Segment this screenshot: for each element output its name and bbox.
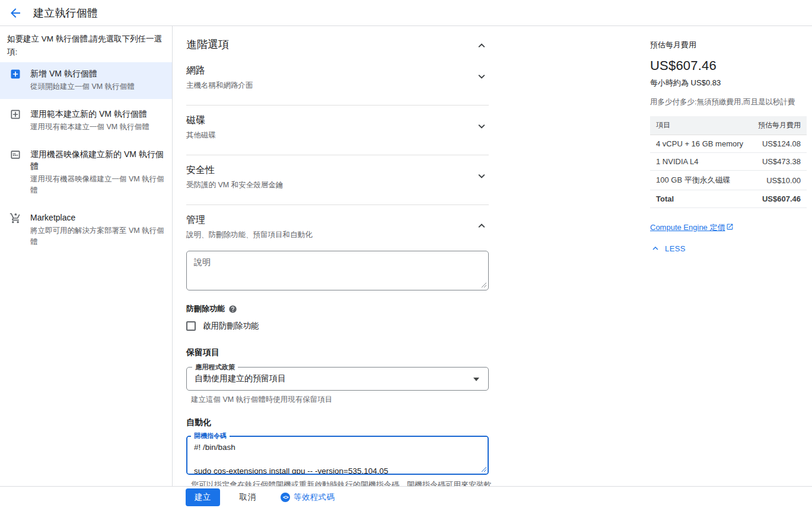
section-title: 網路 — [186, 65, 253, 77]
sidebar-item-subtitle: 從頭開始建立一個 VM 執行個體 — [30, 81, 135, 92]
machine-image-outline-icon — [9, 149, 21, 161]
code-icon: <> — [281, 493, 290, 502]
section-management[interactable]: 管理 說明、防刪除功能、預留項目和自動化 — [186, 214, 489, 240]
create-button[interactable]: 建立 — [186, 488, 220, 506]
table-header-row: 項目 預估每月費用 — [650, 116, 807, 135]
cost-item: 1 NVIDIA L4 — [656, 157, 699, 166]
sidebar-item-vm-from-template[interactable]: 運用範本建立新的 VM 執行個體 運用現有範本建立一個 VM 執行個體 — [0, 103, 172, 139]
help-icon[interactable] — [228, 305, 237, 314]
creation-options-sidebar: 如要建立 VM 執行個體,請先選取下列任一選項: 新增 VM 執行個體 從頭開始… — [0, 26, 173, 486]
page-header: 建立執行個體 — [0, 0, 812, 26]
billing-note: 用多少付多少:無須預繳費用,而且是以秒計費 — [650, 97, 807, 107]
sidebar-item-title: Marketplace — [30, 212, 165, 223]
table-row: 100 GB 平衡永久磁碟 US$10.00 — [650, 171, 807, 190]
select-value: 自動使用建立的預留項目 — [195, 373, 286, 384]
back-arrow-icon[interactable] — [8, 5, 23, 21]
sidebar-intro-text: 如要建立 VM 執行個體,請先選取下列任一選項: — [0, 26, 172, 59]
divider — [186, 155, 489, 155]
startup-script-helper-text: 您可以指定會在執行個體開機或重新啟動時執行的開機指令碼。開機指令碼可用來安裝軟體… — [186, 479, 492, 486]
table-header-cost: 預估每月費用 — [758, 120, 801, 130]
equivalent-code-button[interactable]: <> 等效程式碼 — [277, 491, 338, 503]
vm-add-filled-icon — [9, 68, 21, 80]
deletion-protection-label: 防刪除功能 — [186, 303, 225, 314]
external-link-icon — [726, 223, 734, 231]
table-header-item: 項目 — [656, 120, 670, 130]
compute-engine-pricing-link[interactable]: Compute Engine 定價 — [650, 223, 734, 232]
table-row: 4 vCPU + 16 GB memory US$124.08 — [650, 135, 807, 153]
cost-breakdown-table: 項目 預估每月費用 4 vCPU + 16 GB memory US$124.0… — [650, 116, 807, 208]
equivalent-code-label: 等效程式碼 — [294, 492, 335, 503]
cancel-button[interactable]: 取消 — [236, 491, 260, 503]
cost-item: 4 vCPU + 16 GB memory — [656, 139, 743, 148]
section-networking[interactable]: 網路 主機名稱和網路介面 — [186, 65, 489, 91]
sidebar-item-marketplace[interactable]: Marketplace 將立即可用的解決方案部署至 VM 執行個體 — [0, 206, 172, 254]
chevron-up-icon — [650, 243, 661, 254]
sidebar-item-subtitle: 運用現有範本建立一個 VM 執行個體 — [30, 122, 149, 133]
helper-text: 您可以指定會在執行個體開機或重新啟動時執行的開機指令碼。開機指令碼可用來安裝軟體… — [191, 480, 492, 486]
less-label: LESS — [665, 244, 686, 253]
divider — [186, 105, 489, 106]
chevron-up-icon[interactable] — [475, 219, 489, 234]
automation-title: 自動化 — [186, 417, 489, 428]
collapse-less-button[interactable]: LESS — [650, 243, 807, 254]
section-subtitle: 其他磁碟 — [186, 130, 216, 140]
advanced-options-title: 進階選項 — [186, 26, 229, 52]
hourly-cost-value: 每小時約為 US$0.83 — [650, 78, 807, 88]
enable-deletion-protection-checkbox[interactable]: 啟用防刪除功能 — [186, 321, 489, 331]
sidebar-item-subtitle: 運用現有機器映像檔建立一個 VM 執行個體 — [30, 174, 165, 196]
template-add-outline-icon — [9, 108, 21, 120]
chevron-down-icon[interactable] — [475, 70, 489, 84]
cost-value: US$10.00 — [766, 176, 801, 185]
select-label: 應用程式政策 — [192, 363, 238, 372]
section-security[interactable]: 安全性 受防護的 VM 和安全殼層金鑰 — [186, 164, 489, 190]
section-disks[interactable]: 磁碟 其他磁碟 — [186, 114, 489, 140]
startup-script-input[interactable]: #! /bin/bash sudo cos-extensions install… — [186, 436, 489, 475]
table-total-row: Total US$607.46 — [650, 190, 807, 208]
total-label: Total — [656, 194, 674, 203]
sidebar-item-title: 運用範本建立新的 VM 執行個體 — [30, 108, 149, 120]
section-title: 磁碟 — [186, 114, 216, 127]
cost-item: 100 GB 平衡永久磁碟 — [656, 175, 731, 186]
cost-panel-title: 預估每月費用 — [650, 40, 807, 50]
chevron-down-icon[interactable] — [475, 170, 489, 184]
section-subtitle: 受防護的 VM 和安全殼層金鑰 — [186, 180, 283, 190]
action-bar: 建立 取消 <> 等效程式碼 — [0, 486, 812, 508]
divider — [186, 205, 489, 205]
chevron-down-icon[interactable] — [475, 120, 489, 134]
sidebar-item-new-vm[interactable]: 新增 VM 執行個體 從頭開始建立一個 VM 執行個體 — [0, 62, 172, 99]
sidebar-item-vm-from-machine-image[interactable]: 運用機器映像檔建立新的 VM 執行個體 運用現有機器映像檔建立一個 VM 執行個… — [0, 143, 172, 203]
description-input[interactable] — [186, 251, 489, 290]
advanced-options-header: 進階選項 — [186, 26, 489, 53]
reservation-policy-select[interactable]: 應用程式政策 自動使用建立的預留項目 — [186, 367, 489, 391]
dropdown-caret-icon — [473, 378, 479, 381]
section-title: 安全性 — [186, 164, 283, 177]
section-subtitle: 主機名稱和網路介面 — [186, 81, 253, 91]
marketplace-cart-icon — [9, 212, 21, 224]
reservations-title: 保留項目 — [186, 347, 489, 358]
checkbox-unchecked-icon[interactable] — [186, 321, 196, 331]
section-title: 管理 — [186, 214, 313, 226]
monthly-cost-value: US$607.46 — [650, 58, 807, 74]
cost-value: US$473.38 — [762, 157, 801, 166]
total-value: US$607.46 — [762, 194, 801, 203]
sidebar-item-title: 新增 VM 執行個體 — [30, 68, 135, 79]
sidebar-item-title: 運用機器映像檔建立新的 VM 執行個體 — [30, 148, 165, 172]
startup-script-label: 開機指令碼 — [191, 432, 230, 440]
reservation-helper-text: 建立這個 VM 執行個體時使用現有保留項目 — [186, 395, 489, 405]
resize-handle-icon[interactable] — [481, 282, 487, 288]
checkbox-label: 啟用防刪除功能 — [203, 321, 259, 331]
page-title: 建立執行個體 — [33, 6, 98, 20]
cost-estimate-panel: 預估每月費用 US$607.46 每小時約為 US$0.83 用多少付多少:無須… — [650, 26, 807, 254]
chevron-up-icon[interactable] — [475, 39, 489, 53]
section-subtitle: 說明、防刪除功能、預留項目和自動化 — [186, 230, 313, 240]
cost-value: US$124.08 — [762, 139, 801, 148]
resize-handle-icon[interactable] — [481, 467, 487, 472]
table-row: 1 NVIDIA L4 US$473.38 — [650, 153, 807, 171]
sidebar-item-subtitle: 將立即可用的解決方案部署至 VM 執行個體 — [30, 225, 165, 248]
